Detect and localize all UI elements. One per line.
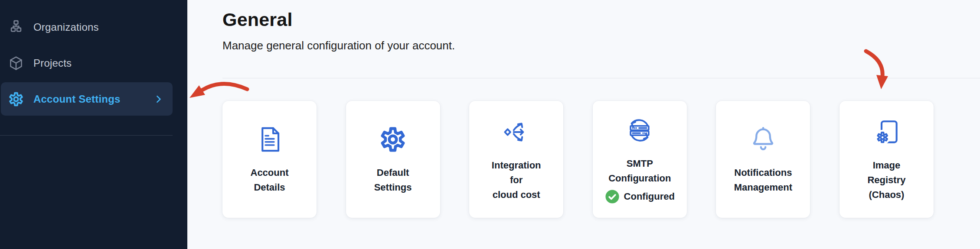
main-content: General Manage general configuration of … [187,0,980,249]
page-subtitle: Manage general configuration of your acc… [222,39,980,52]
gear-icon [8,91,24,107]
sidebar-item-label: Organizations [33,21,99,33]
gear-icon [377,124,408,155]
document-icon [254,124,285,155]
check-circle-icon [605,189,620,204]
card-label-line: Integration [492,158,541,173]
card-label-line: Configuration [608,171,671,186]
branch-arrows-icon [501,116,532,148]
card-account-details[interactable]: AccountDetails [222,101,317,218]
sidebar-item-organizations[interactable]: Organizations [1,10,173,44]
card-label-line: Details [251,180,289,195]
org-chart-icon [8,19,24,36]
card-label: SMTPConfiguration [608,156,671,186]
chevron-right-icon [153,94,164,105]
card-label-line: SMTP [608,156,671,171]
card-label-line: Account [251,165,289,180]
card-image-registry-chaos[interactable]: ImageRegistry(Chaos) [840,101,934,218]
card-label-line: Notifications [734,165,792,180]
registry-icon [871,116,902,148]
card-smtp-configuration[interactable]: SMTPConfiguration Configured [593,101,687,218]
card-label: Integrationforcloud cost [492,158,541,202]
card-label-line: Settings [374,180,412,195]
card-label-line: Management [734,180,792,195]
card-label-line: Image [867,158,905,173]
card-integration-for-cloud-cost[interactable]: Integrationforcloud cost [469,101,563,218]
server-sync-icon [624,115,655,146]
sidebar-item-projects[interactable]: Projects [1,46,173,80]
card-label: ImageRegistry(Chaos) [867,158,905,202]
status-badge-label: Configured [624,191,675,202]
card-label-line: (Chaos) [867,188,905,202]
sidebar-item-account-settings[interactable]: Account Settings [1,82,173,116]
card-label: NotificationsManagement [734,165,792,195]
page-title: General [222,10,980,29]
card-default-settings[interactable]: DefaultSettings [346,101,440,218]
card-label-line: cloud cost [492,188,541,202]
card-label-line: for [492,173,541,188]
settings-cards-row: AccountDetails DefaultSettings Integrati… [222,101,934,218]
cube-icon [8,55,24,71]
status-badge: Configured [605,189,675,204]
section-divider [222,78,980,78]
card-label: AccountDetails [251,165,289,195]
card-notifications-management[interactable]: NotificationsManagement [716,101,810,218]
sidebar-divider [0,135,173,136]
bell-icon [748,124,779,155]
sidebar-item-label: Projects [33,57,72,69]
card-label-line: Default [374,165,412,180]
sidebar-nav: Organizations Projects Account Settings [0,0,187,116]
card-label: DefaultSettings [374,165,412,195]
sidebar-item-label: Account Settings [33,93,121,105]
sidebar: Organizations Projects Account Settings [0,0,187,249]
card-label-line: Registry [867,173,905,188]
